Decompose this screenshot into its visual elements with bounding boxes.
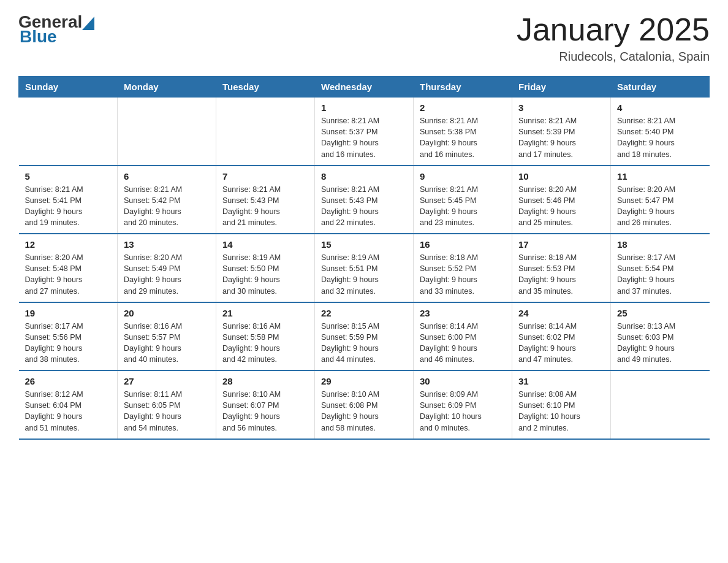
day-number: 23 <box>420 308 506 318</box>
day-info: Sunrise: 8:15 AMSunset: 5:59 PMDaylight:… <box>321 321 407 366</box>
calendar-day-cell: 9Sunrise: 8:21 AMSunset: 5:45 PMDaylight… <box>414 166 512 234</box>
calendar-day-cell: 6Sunrise: 8:21 AMSunset: 5:42 PMDaylight… <box>118 166 216 234</box>
calendar-weekday-header: Wednesday <box>315 77 414 98</box>
page-header: General Blue January 2025 Riudecols, Cat… <box>18 12 710 64</box>
day-number: 8 <box>321 171 407 182</box>
day-number: 30 <box>420 376 506 386</box>
calendar-day-cell: 29Sunrise: 8:10 AMSunset: 6:08 PMDayligh… <box>315 370 414 439</box>
calendar-day-cell: 28Sunrise: 8:10 AMSunset: 6:07 PMDayligh… <box>216 370 315 439</box>
calendar-week-row: 5Sunrise: 8:21 AMSunset: 5:41 PMDaylight… <box>19 166 710 234</box>
day-number: 31 <box>518 376 604 386</box>
day-info: Sunrise: 8:20 AMSunset: 5:49 PMDaylight:… <box>124 252 210 297</box>
day-number: 15 <box>321 239 407 250</box>
day-number: 17 <box>518 239 604 250</box>
day-info: Sunrise: 8:20 AMSunset: 5:46 PMDaylight:… <box>518 184 604 229</box>
calendar-day-cell: 1Sunrise: 8:21 AMSunset: 5:37 PMDaylight… <box>315 98 414 166</box>
calendar-day-cell: 26Sunrise: 8:12 AMSunset: 6:04 PMDayligh… <box>19 370 118 439</box>
calendar-day-cell: 24Sunrise: 8:14 AMSunset: 6:02 PMDayligh… <box>512 302 611 371</box>
day-info: Sunrise: 8:11 AMSunset: 6:05 PMDaylight:… <box>124 389 210 434</box>
day-number: 2 <box>420 102 506 113</box>
calendar-day-cell: 22Sunrise: 8:15 AMSunset: 5:59 PMDayligh… <box>315 302 414 371</box>
calendar-week-row: 1Sunrise: 8:21 AMSunset: 5:37 PMDaylight… <box>19 98 710 166</box>
calendar-week-row: 26Sunrise: 8:12 AMSunset: 6:04 PMDayligh… <box>19 370 710 439</box>
day-number: 25 <box>617 308 703 318</box>
day-number: 7 <box>222 171 308 182</box>
day-info: Sunrise: 8:21 AMSunset: 5:43 PMDaylight:… <box>321 184 407 229</box>
day-info: Sunrise: 8:12 AMSunset: 6:04 PMDaylight:… <box>25 389 112 434</box>
calendar-day-cell: 30Sunrise: 8:09 AMSunset: 6:09 PMDayligh… <box>414 370 512 439</box>
month-title: January 2025 <box>517 12 710 47</box>
day-number: 21 <box>222 308 308 318</box>
calendar-day-cell: 23Sunrise: 8:14 AMSunset: 6:00 PMDayligh… <box>414 302 512 371</box>
calendar-day-cell: 21Sunrise: 8:16 AMSunset: 5:58 PMDayligh… <box>216 302 315 371</box>
day-number: 9 <box>420 171 506 182</box>
calendar-day-cell: 3Sunrise: 8:21 AMSunset: 5:39 PMDaylight… <box>512 98 611 166</box>
calendar-weekday-header: Thursday <box>414 77 512 98</box>
day-info: Sunrise: 8:14 AMSunset: 6:00 PMDaylight:… <box>420 321 506 366</box>
day-info: Sunrise: 8:17 AMSunset: 5:56 PMDaylight:… <box>25 321 112 366</box>
calendar-day-cell: 10Sunrise: 8:20 AMSunset: 5:46 PMDayligh… <box>512 166 611 234</box>
calendar-day-cell: 14Sunrise: 8:19 AMSunset: 5:50 PMDayligh… <box>216 234 315 302</box>
day-info: Sunrise: 8:08 AMSunset: 6:10 PMDaylight:… <box>518 389 604 434</box>
day-info: Sunrise: 8:21 AMSunset: 5:41 PMDaylight:… <box>25 184 112 229</box>
calendar-day-cell: 18Sunrise: 8:17 AMSunset: 5:54 PMDayligh… <box>611 234 710 302</box>
day-number: 16 <box>420 239 506 250</box>
day-info: Sunrise: 8:20 AMSunset: 5:47 PMDaylight:… <box>617 184 703 229</box>
calendar-day-cell: 2Sunrise: 8:21 AMSunset: 5:38 PMDaylight… <box>414 98 512 166</box>
calendar-day-cell: 4Sunrise: 8:21 AMSunset: 5:40 PMDaylight… <box>611 98 710 166</box>
day-info: Sunrise: 8:21 AMSunset: 5:39 PMDaylight:… <box>518 115 604 160</box>
day-info: Sunrise: 8:21 AMSunset: 5:45 PMDaylight:… <box>420 184 506 229</box>
day-number: 18 <box>617 239 703 250</box>
calendar-day-cell: 16Sunrise: 8:18 AMSunset: 5:52 PMDayligh… <box>414 234 512 302</box>
calendar-weekday-header: Tuesday <box>216 77 315 98</box>
day-number: 28 <box>222 376 308 386</box>
calendar-day-cell: 12Sunrise: 8:20 AMSunset: 5:48 PMDayligh… <box>19 234 118 302</box>
day-info: Sunrise: 8:16 AMSunset: 5:58 PMDaylight:… <box>222 321 308 366</box>
calendar-day-cell: 8Sunrise: 8:21 AMSunset: 5:43 PMDaylight… <box>315 166 414 234</box>
day-number: 6 <box>124 171 210 182</box>
calendar-day-cell: 5Sunrise: 8:21 AMSunset: 5:41 PMDaylight… <box>19 166 118 234</box>
calendar-day-cell <box>118 98 216 166</box>
calendar-day-cell <box>611 370 710 439</box>
calendar-weekday-header: Friday <box>512 77 611 98</box>
day-info: Sunrise: 8:21 AMSunset: 5:37 PMDaylight:… <box>321 115 407 160</box>
calendar-week-row: 19Sunrise: 8:17 AMSunset: 5:56 PMDayligh… <box>19 302 710 371</box>
title-block: January 2025 Riudecols, Catalonia, Spain <box>517 12 710 64</box>
day-number: 10 <box>518 171 604 182</box>
logo-blue-text: Blue <box>18 27 94 47</box>
day-number: 5 <box>25 171 112 182</box>
calendar-day-cell: 15Sunrise: 8:19 AMSunset: 5:51 PMDayligh… <box>315 234 414 302</box>
calendar-table: SundayMondayTuesdayWednesdayThursdayFrid… <box>18 76 710 440</box>
calendar-header-row: SundayMondayTuesdayWednesdayThursdayFrid… <box>19 77 710 98</box>
day-info: Sunrise: 8:21 AMSunset: 5:38 PMDaylight:… <box>420 115 506 160</box>
day-number: 20 <box>124 308 210 318</box>
location-subtitle: Riudecols, Catalonia, Spain <box>517 50 710 64</box>
day-info: Sunrise: 8:13 AMSunset: 6:03 PMDaylight:… <box>617 321 703 366</box>
day-info: Sunrise: 8:18 AMSunset: 5:53 PMDaylight:… <box>518 252 604 297</box>
day-info: Sunrise: 8:21 AMSunset: 5:40 PMDaylight:… <box>617 115 703 160</box>
calendar-day-cell: 17Sunrise: 8:18 AMSunset: 5:53 PMDayligh… <box>512 234 611 302</box>
calendar-day-cell: 7Sunrise: 8:21 AMSunset: 5:43 PMDaylight… <box>216 166 315 234</box>
day-info: Sunrise: 8:21 AMSunset: 5:42 PMDaylight:… <box>124 184 210 229</box>
day-number: 27 <box>124 376 210 386</box>
day-info: Sunrise: 8:14 AMSunset: 6:02 PMDaylight:… <box>518 321 604 366</box>
day-info: Sunrise: 8:21 AMSunset: 5:43 PMDaylight:… <box>222 184 308 229</box>
day-info: Sunrise: 8:16 AMSunset: 5:57 PMDaylight:… <box>124 321 210 366</box>
day-number: 1 <box>321 102 407 113</box>
day-info: Sunrise: 8:18 AMSunset: 5:52 PMDaylight:… <box>420 252 506 297</box>
day-info: Sunrise: 8:17 AMSunset: 5:54 PMDaylight:… <box>617 252 703 297</box>
day-number: 4 <box>617 102 703 113</box>
logo: General Blue <box>18 12 94 47</box>
day-info: Sunrise: 8:10 AMSunset: 6:08 PMDaylight:… <box>321 389 407 434</box>
day-number: 14 <box>222 239 308 250</box>
day-info: Sunrise: 8:20 AMSunset: 5:48 PMDaylight:… <box>25 252 112 297</box>
day-number: 22 <box>321 308 407 318</box>
day-number: 3 <box>518 102 604 113</box>
calendar-day-cell <box>19 98 118 166</box>
day-number: 26 <box>25 376 112 386</box>
calendar-week-row: 12Sunrise: 8:20 AMSunset: 5:48 PMDayligh… <box>19 234 710 302</box>
calendar-day-cell: 20Sunrise: 8:16 AMSunset: 5:57 PMDayligh… <box>118 302 216 371</box>
day-info: Sunrise: 8:19 AMSunset: 5:50 PMDaylight:… <box>222 252 308 297</box>
day-info: Sunrise: 8:19 AMSunset: 5:51 PMDaylight:… <box>321 252 407 297</box>
calendar-weekday-header: Monday <box>118 77 216 98</box>
